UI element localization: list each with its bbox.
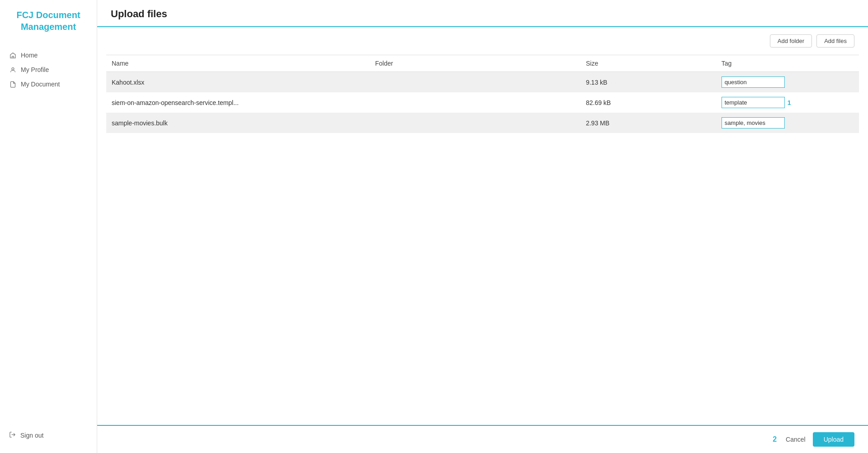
cell-name: sample-movies.bulk xyxy=(106,113,370,133)
cell-tag xyxy=(716,113,859,133)
signout-button[interactable]: Sign out xyxy=(9,431,88,439)
col-header-size: Size xyxy=(580,55,716,72)
cell-folder xyxy=(370,72,580,93)
tag-input[interactable] xyxy=(722,76,785,88)
sidebar-nav: Home My Profile My Document xyxy=(0,43,97,424)
table-row: siem-on-amazon-opensearch-service.templ.… xyxy=(106,92,859,113)
cell-tag: 1 xyxy=(716,92,859,113)
table-row: sample-movies.bulk2.93 MB xyxy=(106,113,859,133)
document-icon xyxy=(9,81,16,88)
col-header-tag: Tag xyxy=(716,55,859,72)
person-icon xyxy=(9,66,16,73)
add-folder-button[interactable]: Add folder xyxy=(770,34,812,48)
upload-count: 2 xyxy=(773,435,777,443)
main-body: Add folder Add files Name Folder Size Ta… xyxy=(97,27,868,425)
table-row: Kahoot.xlsx9.13 kB xyxy=(106,72,859,93)
cell-name: Kahoot.xlsx xyxy=(106,72,370,93)
signout-label: Sign out xyxy=(20,432,43,439)
app-title-line1: FCJ Document xyxy=(9,9,88,21)
cell-folder xyxy=(370,92,580,113)
file-table: Name Folder Size Tag Kahoot.xlsx9.13 kBs… xyxy=(106,55,859,133)
cell-size: 2.93 MB xyxy=(580,113,716,133)
page-header: Upload files xyxy=(97,0,868,27)
col-header-folder: Folder xyxy=(370,55,580,72)
page-title: Upload files xyxy=(111,8,854,20)
signout-icon xyxy=(9,431,16,439)
sidebar-item-my-profile-label: My Profile xyxy=(21,66,49,73)
cell-folder xyxy=(370,113,580,133)
tag-input-wrapper xyxy=(722,117,854,129)
cell-size: 82.69 kB xyxy=(580,92,716,113)
sidebar-item-my-document-label: My Document xyxy=(21,81,60,88)
app-title-line2: Management xyxy=(9,21,88,33)
upload-button[interactable]: Upload xyxy=(813,432,854,447)
cancel-button[interactable]: Cancel xyxy=(786,436,806,443)
sidebar: FCJ Document Management Home My Profile xyxy=(0,0,97,453)
table-header-row: Name Folder Size Tag xyxy=(106,55,859,72)
add-files-button[interactable]: Add files xyxy=(816,34,854,48)
sidebar-item-my-profile[interactable]: My Profile xyxy=(0,62,97,77)
main-footer: 2 Cancel Upload xyxy=(97,425,868,453)
cell-tag xyxy=(716,72,859,93)
app-logo: FCJ Document Management xyxy=(0,0,97,43)
svg-point-0 xyxy=(12,67,14,70)
sidebar-item-home[interactable]: Home xyxy=(0,48,97,62)
cell-name: siem-on-amazon-opensearch-service.templ.… xyxy=(106,92,370,113)
tag-input-wrapper: 1 xyxy=(722,97,854,108)
cell-size: 9.13 kB xyxy=(580,72,716,93)
tag-input-wrapper xyxy=(722,76,854,88)
sidebar-bottom: Sign out xyxy=(0,424,97,453)
tag-input[interactable] xyxy=(722,97,785,108)
sidebar-item-my-document[interactable]: My Document xyxy=(0,77,97,91)
home-icon xyxy=(9,52,16,59)
sidebar-item-home-label: Home xyxy=(21,52,38,59)
toolbar: Add folder Add files xyxy=(106,27,859,55)
col-header-name: Name xyxy=(106,55,370,72)
tag-count: 1 xyxy=(788,99,791,106)
main-content: Upload files Add folder Add files Name F… xyxy=(97,0,868,453)
tag-input[interactable] xyxy=(722,117,785,129)
